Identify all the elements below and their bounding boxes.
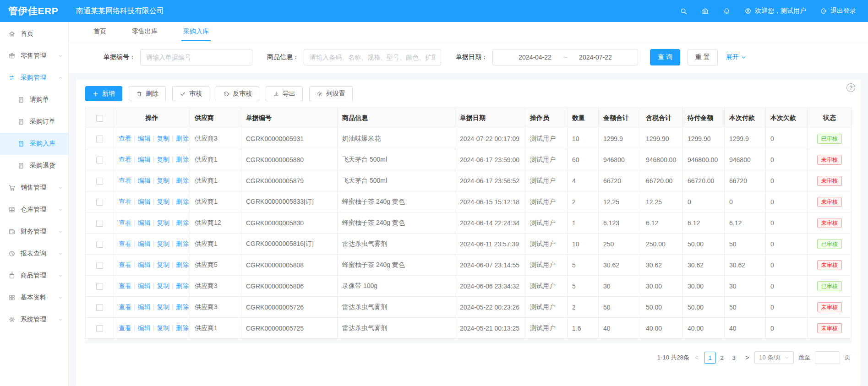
sidebar-item-report-query[interactable]: 报表查询 bbox=[0, 243, 68, 265]
row-action-delete[interactable]: 删除 bbox=[176, 177, 189, 184]
row-action-edit[interactable]: 编辑 bbox=[138, 219, 151, 226]
page-size-select[interactable]: 10 条/页 bbox=[754, 351, 794, 364]
row-action-copy[interactable]: 复制 bbox=[157, 177, 169, 184]
date-range-input[interactable]: 2024-04-22 ~ 2024-07-22 bbox=[492, 49, 638, 65]
goods-info-input[interactable] bbox=[304, 49, 441, 65]
row-action-edit[interactable]: 编辑 bbox=[138, 240, 151, 247]
sidebar-item-purchase-return[interactable]: 采购退货 bbox=[0, 155, 68, 177]
row-action-copy[interactable]: 复制 bbox=[157, 261, 169, 268]
expand-link[interactable]: 展开 bbox=[726, 53, 746, 61]
row-action-edit[interactable]: 编辑 bbox=[138, 177, 151, 184]
row-checkbox[interactable] bbox=[96, 157, 103, 163]
delete-button[interactable]: 删除 bbox=[129, 86, 166, 101]
row-action-view[interactable]: 查看 bbox=[119, 135, 131, 142]
sidebar-item-basic-data[interactable]: 基本资料 bbox=[0, 287, 68, 309]
row-action-delete[interactable]: 删除 bbox=[176, 135, 189, 142]
sidebar-item-home[interactable]: 首页 bbox=[0, 23, 68, 45]
row-action-view[interactable]: 查看 bbox=[119, 156, 131, 163]
next-page-button[interactable]: > bbox=[744, 354, 750, 361]
tab-home[interactable]: 首页 bbox=[92, 22, 108, 41]
row-action-delete[interactable]: 删除 bbox=[176, 282, 189, 289]
sidebar-item-sales-mgmt[interactable]: 销售管理 bbox=[0, 177, 68, 199]
sidebar-item-warehouse-mgmt[interactable]: 仓库管理 bbox=[0, 199, 68, 221]
row-checkbox[interactable] bbox=[96, 220, 103, 227]
row-checkbox[interactable] bbox=[96, 262, 103, 269]
row-action-delete[interactable]: 删除 bbox=[176, 198, 189, 205]
row-action-copy[interactable]: 复制 bbox=[157, 324, 169, 332]
row-checkbox[interactable] bbox=[96, 199, 103, 206]
row-checkbox[interactable] bbox=[96, 241, 103, 248]
prev-page-button[interactable]: < bbox=[694, 354, 699, 361]
row-action-copy[interactable]: 复制 bbox=[157, 156, 169, 163]
export-button[interactable]: 导出 bbox=[266, 86, 303, 101]
tab-purchase-inbound[interactable]: 采购入库 bbox=[181, 22, 211, 41]
row-checkbox[interactable] bbox=[96, 178, 103, 185]
row-action-view[interactable]: 查看 bbox=[119, 324, 131, 332]
row-action-view[interactable]: 查看 bbox=[119, 219, 131, 226]
row-action-view[interactable]: 查看 bbox=[119, 177, 131, 184]
sidebar-item-system-mgmt[interactable]: 系统管理 bbox=[0, 309, 68, 331]
row-action-view[interactable]: 查看 bbox=[119, 240, 131, 247]
row-checkbox[interactable] bbox=[96, 283, 103, 290]
app-logo[interactable]: 管伊佳ERP bbox=[0, 5, 69, 17]
horizontal-scrollbar[interactable] bbox=[85, 339, 852, 343]
date-to-value[interactable]: 2024-07-22 bbox=[579, 54, 612, 61]
sidebar-item-purchase-order[interactable]: 采购订单 bbox=[0, 111, 68, 133]
row-action-edit[interactable]: 编辑 bbox=[138, 282, 151, 289]
row-action-edit[interactable]: 编辑 bbox=[138, 135, 151, 142]
row-action-view[interactable]: 查看 bbox=[119, 261, 131, 268]
order-no-input[interactable] bbox=[140, 49, 252, 65]
row-checkbox[interactable] bbox=[96, 304, 103, 311]
row-checkbox[interactable] bbox=[96, 325, 103, 332]
row-action-delete[interactable]: 删除 bbox=[176, 240, 189, 247]
sidebar-item-purchase-request[interactable]: 请购单 bbox=[0, 89, 68, 111]
row-action-edit[interactable]: 编辑 bbox=[138, 198, 151, 205]
unaudit-button[interactable]: 反审核 bbox=[216, 86, 259, 101]
user-menu[interactable]: 欢迎您，测试用户 bbox=[744, 7, 806, 15]
help-icon[interactable]: ? bbox=[846, 83, 855, 92]
logout-button[interactable]: 退出登录 bbox=[820, 7, 856, 15]
sidebar-item-goods-mgmt[interactable]: 商品管理 bbox=[0, 265, 68, 287]
page-button-3[interactable]: 3 bbox=[728, 352, 740, 364]
audit-button[interactable]: 审核 bbox=[172, 86, 209, 101]
column-settings-button[interactable]: 列设置 bbox=[309, 86, 353, 101]
row-action-copy[interactable]: 复制 bbox=[157, 198, 169, 205]
cell-order-no: CGRK00000005806 bbox=[241, 276, 338, 297]
jump-page-input[interactable] bbox=[815, 351, 840, 364]
sidebar-item-purchase-inbound[interactable]: 采购入库 bbox=[0, 133, 68, 155]
bell-icon[interactable] bbox=[723, 7, 731, 15]
add-button[interactable]: 新增 bbox=[85, 86, 122, 101]
row-action-delete[interactable]: 删除 bbox=[176, 261, 189, 268]
row-action-copy[interactable]: 复制 bbox=[157, 282, 169, 289]
row-action-delete[interactable]: 删除 bbox=[176, 219, 189, 226]
reset-button[interactable]: 重 置 bbox=[688, 49, 718, 65]
row-action-copy[interactable]: 复制 bbox=[157, 219, 169, 226]
row-action-edit[interactable]: 编辑 bbox=[138, 156, 151, 163]
select-all-cell bbox=[86, 108, 114, 128]
row-action-view[interactable]: 查看 bbox=[119, 303, 131, 310]
row-action-edit[interactable]: 编辑 bbox=[138, 324, 151, 332]
select-all-checkbox[interactable] bbox=[96, 115, 103, 122]
bank-icon[interactable] bbox=[701, 7, 709, 15]
row-action-edit[interactable]: 编辑 bbox=[138, 261, 151, 268]
tab-retail-outbound[interactable]: 零售出库 bbox=[130, 22, 159, 41]
search-icon[interactable] bbox=[680, 7, 688, 15]
row-checkbox[interactable] bbox=[96, 136, 103, 142]
row-action-view[interactable]: 查看 bbox=[119, 198, 131, 205]
row-action-delete[interactable]: 删除 bbox=[176, 324, 189, 332]
row-action-delete[interactable]: 删除 bbox=[176, 156, 189, 163]
page-button-2[interactable]: 2 bbox=[716, 352, 728, 364]
row-action-edit[interactable]: 编辑 bbox=[138, 303, 151, 310]
date-from-value[interactable]: 2024-04-22 bbox=[519, 54, 551, 61]
row-action-delete[interactable]: 删除 bbox=[176, 303, 189, 310]
sidebar-item-purchase-mgmt[interactable]: 采购管理 bbox=[0, 67, 68, 89]
row-action-copy[interactable]: 复制 bbox=[157, 303, 169, 310]
sidebar-item-retail-mgmt[interactable]: 零售管理 bbox=[0, 45, 68, 67]
sidebar-item-finance-mgmt[interactable]: 财务管理 bbox=[0, 221, 68, 243]
page-button-1[interactable]: 1 bbox=[704, 352, 716, 364]
row-action-view[interactable]: 查看 bbox=[119, 282, 131, 289]
search-button[interactable]: 查 询 bbox=[650, 49, 680, 65]
cell-qty: 4 bbox=[568, 170, 599, 191]
row-action-copy[interactable]: 复制 bbox=[157, 135, 169, 142]
row-action-copy[interactable]: 复制 bbox=[157, 240, 169, 247]
